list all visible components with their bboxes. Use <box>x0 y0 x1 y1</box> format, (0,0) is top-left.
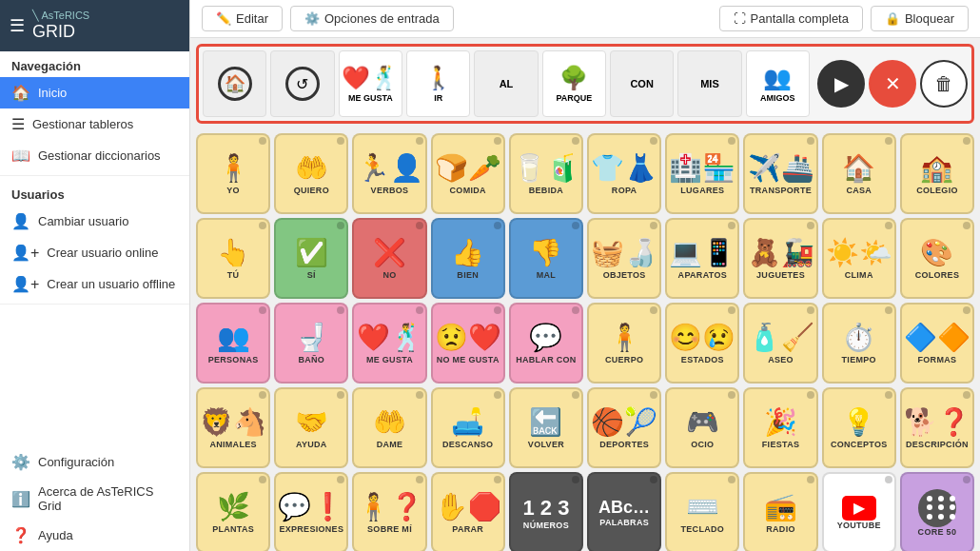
sidebar-item-configuracion[interactable]: ⚙️ Configuración <box>0 446 189 478</box>
cell-estados[interactable]: 😊😢ESTADOS <box>665 303 739 384</box>
cell-aparatos[interactable]: 💻📱APARATOS <box>665 218 739 299</box>
lock-button[interactable]: 🔒 Bloquear <box>871 6 969 31</box>
cell-radio[interactable]: 📻RADIO <box>743 472 817 551</box>
cell-juguetes[interactable]: 🧸🚂JUGUETES <box>743 218 817 299</box>
cell-transporte[interactable]: ✈️🚢TRANSPORTE <box>743 133 817 214</box>
descripcion-icon: 🐕❓ <box>904 406 970 438</box>
crear-offline-label: Crear un usuario offline <box>47 277 175 291</box>
cell-teclado[interactable]: ⌨️TECLADO <box>665 472 739 551</box>
sentence-bar: 🏠 ↺ ❤️🕺 ME GUSTA 🚶 IR AL 🌳 PARQUE CON <box>196 44 974 124</box>
sentence-cell-amigos[interactable]: 👥 AMIGOS <box>746 50 810 117</box>
cell-colores[interactable]: 🎨COLORES <box>900 218 974 299</box>
sidebar-item-tableros[interactable]: ☰ Gestionar tableros <box>0 108 189 140</box>
cell-formas[interactable]: 🔷🔶FORMAS <box>900 303 974 384</box>
sidebar-item-cambiar-usuario[interactable]: 👤 Cambiar usuario <box>0 206 189 237</box>
cell-tu[interactable]: 👆TÚ <box>196 218 270 299</box>
gear-icon: ⚙️ <box>304 11 320 26</box>
cell-hablar-con[interactable]: 💬HABLAR CON <box>509 303 583 384</box>
edit-button[interactable]: ✏️ Editar <box>202 6 283 31</box>
cell-verbos[interactable]: 🏃👤VERBOS <box>352 133 426 214</box>
cell-me-gusta[interactable]: ❤️🕺ME GUSTA <box>352 303 426 384</box>
cell-lugares[interactable]: 🏥🏪LUGARES <box>665 133 739 214</box>
sentence-cell-al[interactable]: AL <box>474 50 538 117</box>
cell-ropa[interactable]: 👕👗ROPA <box>587 133 661 214</box>
diccionarios-label: Gestionar diccionarios <box>38 148 161 163</box>
menu-icon[interactable]: ☰ <box>10 15 25 36</box>
bebida-icon: 🥛🧃 <box>513 152 579 184</box>
cell-sobre-mi[interactable]: 🧍❓SOBRE MÍ <box>352 472 426 551</box>
cell-fiestas[interactable]: 🎉FIESTAS <box>743 387 817 468</box>
cell-comida[interactable]: 🍞🥕COMIDA <box>431 133 505 214</box>
cell-animales[interactable]: 🦁🐴ANIMALES <box>196 387 270 468</box>
sidebar-item-diccionarios[interactable]: 📖 Gestionar diccionarios <box>0 140 189 171</box>
cell-quiero[interactable]: 🤲QUIERO <box>274 133 348 214</box>
cell-personas[interactable]: 👥PERSONAS <box>196 303 270 384</box>
cell-plantas[interactable]: 🌿PLANTAS <box>196 472 270 551</box>
cell-mal[interactable]: 👎MAL <box>509 218 583 299</box>
sentence-cell-con[interactable]: CON <box>610 50 674 117</box>
cell-tiempo[interactable]: ⏱️TIEMPO <box>822 303 896 384</box>
cell-no[interactable]: ❌NO <box>352 218 426 299</box>
cell-yo[interactable]: 🧍YO <box>196 133 270 214</box>
cell-bano[interactable]: 🚽BAÑO <box>274 303 348 384</box>
fullscreen-button[interactable]: ⛶ Pantalla completa <box>719 6 863 31</box>
cell-colegio[interactable]: 🏫COLEGIO <box>900 133 974 214</box>
cell-ocio[interactable]: 🎮OCIO <box>665 387 739 468</box>
cell-objetos[interactable]: 🧺🍶OBJETOS <box>587 218 661 299</box>
cell-youtube[interactable]: ▶ YOUTUBE <box>822 472 896 551</box>
home-icon: 🏠 <box>11 84 30 102</box>
home-circle-icon: 🏠 <box>218 67 252 101</box>
cell-deportes[interactable]: 🏀🎾DEPORTES <box>587 387 661 468</box>
sentence-cell-ir[interactable]: 🚶 IR <box>406 50 470 117</box>
delete-button[interactable]: 🗑 <box>920 60 968 108</box>
cell-clima[interactable]: ☀️🌤️CLIMA <box>822 218 896 299</box>
grid-row-5: 🌿PLANTAS 💬❗EXPRESIONES 🧍❓SOBRE MÍ ✋🛑PARA… <box>196 472 974 551</box>
grid-row-4: 🦁🐴ANIMALES 🤝AYUDA 🤲DAME 🛋️DESCANSO 🔙VOLV… <box>196 387 974 468</box>
cell-parar[interactable]: ✋🛑PARAR <box>431 472 505 551</box>
cell-descanso[interactable]: 🛋️DESCANSO <box>431 387 505 468</box>
cell-conceptos[interactable]: 💡CONCEPTOS <box>822 387 896 468</box>
no-me-gusta-icon: 😟❤️ <box>435 322 501 353</box>
cell-bien[interactable]: 👍BIEN <box>431 218 505 299</box>
si-icon: ✅ <box>295 237 328 268</box>
bano-icon: 🚽 <box>295 322 328 353</box>
options-button[interactable]: ⚙️ Opciones de entrada <box>290 6 454 31</box>
grid-area: 🧍YO 🤲QUIERO 🏃👤VERBOS 🍞🥕COMIDA 🥛🧃BEBIDA 👕… <box>190 129 980 551</box>
sentence-home-cell[interactable]: 🏠 <box>203 50 266 117</box>
play-button[interactable]: ▶ <box>817 60 865 108</box>
sidebar-item-crear-offline[interactable]: 👤+ Crear un usuario offline <box>0 268 189 300</box>
comida-icon: 🍞🥕 <box>435 152 501 184</box>
toolbar: ✏️ Editar ⚙️ Opciones de entrada ⛶ Panta… <box>190 0 980 38</box>
cell-expresiones[interactable]: 💬❗EXPRESIONES <box>274 472 348 551</box>
sidebar-item-inicio[interactable]: 🏠 Inicio <box>0 77 189 108</box>
cell-descripcion[interactable]: 🐕❓DESCRIPCIÓN <box>900 387 974 468</box>
teclado-icon: ⌨️ <box>686 491 719 522</box>
sidebar-item-acerca[interactable]: ℹ️ Acerca de AsTeRICS Grid <box>0 478 189 520</box>
cell-no-me-gusta[interactable]: 😟❤️NO ME GUSTA <box>431 303 505 384</box>
cell-palabras[interactable]: ABc… PALABRAS <box>587 472 661 551</box>
clima-icon: ☀️🌤️ <box>826 237 892 268</box>
main-area: ✏️ Editar ⚙️ Opciones de entrada ⛶ Panta… <box>190 0 980 551</box>
cell-volver[interactable]: 🔙VOLVER <box>509 387 583 468</box>
cell-ayuda[interactable]: 🤝AYUDA <box>274 387 348 468</box>
aparatos-icon: 💻📱 <box>669 237 735 268</box>
cell-dame[interactable]: 🤲DAME <box>352 387 426 468</box>
cell-aseo[interactable]: 🧴🧹ASEO <box>743 303 817 384</box>
reload-circle-icon: ↺ <box>285 67 320 101</box>
sentence-reload-cell[interactable]: ↺ <box>270 50 334 117</box>
cell-casa[interactable]: 🏠CASA <box>822 133 896 214</box>
sidebar-header: ☰ ╲ AsTeRICS GRID <box>0 0 189 51</box>
cell-bebida[interactable]: 🥛🧃BEBIDA <box>509 133 583 214</box>
cell-cuerpo[interactable]: 🧍CUERPO <box>587 303 661 384</box>
clear-button[interactable]: ✕ <box>869 60 916 108</box>
cell-numeros[interactable]: 1 2 3 NÚMEROS <box>509 472 583 551</box>
cell-si[interactable]: ✅SÍ <box>274 218 348 299</box>
cell-core50[interactable]: CORE 50 <box>900 472 974 551</box>
casa-icon: 🏠 <box>842 152 875 184</box>
sidebar-item-ayuda[interactable]: ❓ Ayuda <box>0 520 189 551</box>
sentence-cell-mis[interactable]: MIS <box>677 50 741 117</box>
sentence-cell-me-gusta[interactable]: ❤️🕺 ME GUSTA <box>339 50 402 117</box>
sentence-cell-parque[interactable]: 🌳 PARQUE <box>542 50 606 117</box>
sidebar-item-crear-online[interactable]: 👤+ Crear usuario online <box>0 237 189 268</box>
ayuda-icon: 🤝 <box>295 406 328 438</box>
